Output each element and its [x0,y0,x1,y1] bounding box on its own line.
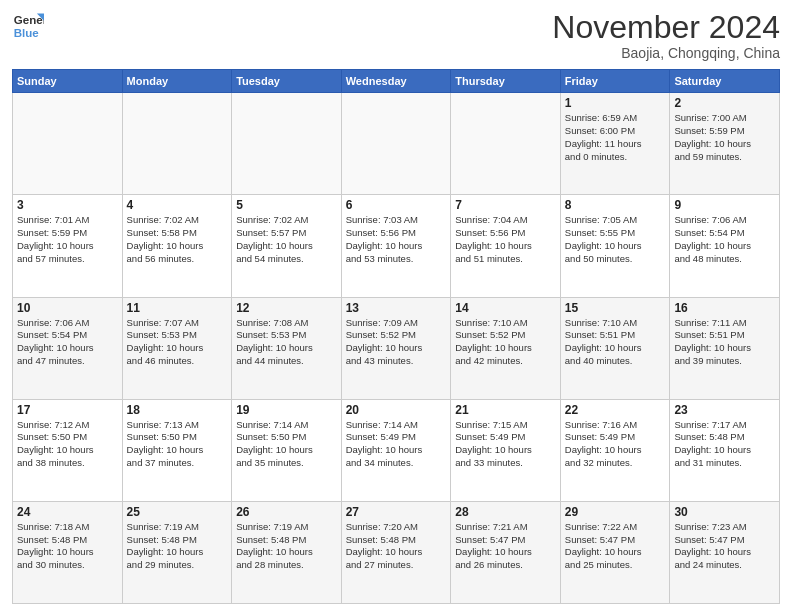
calendar-cell [232,93,342,195]
day-detail: Sunrise: 7:00 AM Sunset: 5:59 PM Dayligh… [674,112,775,163]
day-number: 5 [236,198,337,212]
day-detail: Sunrise: 7:07 AM Sunset: 5:53 PM Dayligh… [127,317,228,368]
day-number: 29 [565,505,666,519]
day-number: 20 [346,403,447,417]
calendar-week-5: 24Sunrise: 7:18 AM Sunset: 5:48 PM Dayli… [13,501,780,603]
day-number: 23 [674,403,775,417]
day-detail: Sunrise: 7:02 AM Sunset: 5:57 PM Dayligh… [236,214,337,265]
calendar-cell: 7Sunrise: 7:04 AM Sunset: 5:56 PM Daylig… [451,195,561,297]
day-detail: Sunrise: 7:15 AM Sunset: 5:49 PM Dayligh… [455,419,556,470]
calendar-cell: 3Sunrise: 7:01 AM Sunset: 5:59 PM Daylig… [13,195,123,297]
day-detail: Sunrise: 7:19 AM Sunset: 5:48 PM Dayligh… [236,521,337,572]
day-detail: Sunrise: 7:02 AM Sunset: 5:58 PM Dayligh… [127,214,228,265]
day-number: 30 [674,505,775,519]
day-detail: Sunrise: 7:11 AM Sunset: 5:51 PM Dayligh… [674,317,775,368]
day-number: 27 [346,505,447,519]
day-detail: Sunrise: 7:14 AM Sunset: 5:49 PM Dayligh… [346,419,447,470]
day-number: 9 [674,198,775,212]
calendar-cell: 6Sunrise: 7:03 AM Sunset: 5:56 PM Daylig… [341,195,451,297]
day-detail: Sunrise: 7:03 AM Sunset: 5:56 PM Dayligh… [346,214,447,265]
calendar-cell: 9Sunrise: 7:06 AM Sunset: 5:54 PM Daylig… [670,195,780,297]
day-number: 13 [346,301,447,315]
calendar-cell: 14Sunrise: 7:10 AM Sunset: 5:52 PM Dayli… [451,297,561,399]
day-number: 10 [17,301,118,315]
calendar-cell: 2Sunrise: 7:00 AM Sunset: 5:59 PM Daylig… [670,93,780,195]
logo-icon: General Blue [12,10,44,42]
svg-text:Blue: Blue [14,27,40,39]
day-detail: Sunrise: 7:16 AM Sunset: 5:49 PM Dayligh… [565,419,666,470]
weekday-header-wednesday: Wednesday [341,70,451,93]
day-detail: Sunrise: 6:59 AM Sunset: 6:00 PM Dayligh… [565,112,666,163]
calendar-week-4: 17Sunrise: 7:12 AM Sunset: 5:50 PM Dayli… [13,399,780,501]
calendar-cell: 17Sunrise: 7:12 AM Sunset: 5:50 PM Dayli… [13,399,123,501]
weekday-header-tuesday: Tuesday [232,70,342,93]
calendar-cell: 1Sunrise: 6:59 AM Sunset: 6:00 PM Daylig… [560,93,670,195]
day-number: 19 [236,403,337,417]
day-number: 1 [565,96,666,110]
day-detail: Sunrise: 7:09 AM Sunset: 5:52 PM Dayligh… [346,317,447,368]
calendar-cell [341,93,451,195]
day-number: 18 [127,403,228,417]
calendar-week-1: 1Sunrise: 6:59 AM Sunset: 6:00 PM Daylig… [13,93,780,195]
calendar-cell [13,93,123,195]
day-number: 7 [455,198,556,212]
calendar-body: 1Sunrise: 6:59 AM Sunset: 6:00 PM Daylig… [13,93,780,604]
weekday-header-row: SundayMondayTuesdayWednesdayThursdayFrid… [13,70,780,93]
calendar-cell: 18Sunrise: 7:13 AM Sunset: 5:50 PM Dayli… [122,399,232,501]
calendar-cell: 27Sunrise: 7:20 AM Sunset: 5:48 PM Dayli… [341,501,451,603]
month-title: November 2024 [552,10,780,45]
calendar-week-3: 10Sunrise: 7:06 AM Sunset: 5:54 PM Dayli… [13,297,780,399]
calendar-cell: 24Sunrise: 7:18 AM Sunset: 5:48 PM Dayli… [13,501,123,603]
day-number: 15 [565,301,666,315]
day-number: 6 [346,198,447,212]
day-detail: Sunrise: 7:10 AM Sunset: 5:51 PM Dayligh… [565,317,666,368]
day-number: 2 [674,96,775,110]
calendar-cell: 19Sunrise: 7:14 AM Sunset: 5:50 PM Dayli… [232,399,342,501]
weekday-header-friday: Friday [560,70,670,93]
day-detail: Sunrise: 7:21 AM Sunset: 5:47 PM Dayligh… [455,521,556,572]
weekday-header-monday: Monday [122,70,232,93]
calendar-cell: 21Sunrise: 7:15 AM Sunset: 5:49 PM Dayli… [451,399,561,501]
page: General Blue November 2024 Baojia, Chong… [0,0,792,612]
day-detail: Sunrise: 7:23 AM Sunset: 5:47 PM Dayligh… [674,521,775,572]
day-detail: Sunrise: 7:19 AM Sunset: 5:48 PM Dayligh… [127,521,228,572]
calendar-cell: 12Sunrise: 7:08 AM Sunset: 5:53 PM Dayli… [232,297,342,399]
calendar-cell: 16Sunrise: 7:11 AM Sunset: 5:51 PM Dayli… [670,297,780,399]
header: General Blue November 2024 Baojia, Chong… [12,10,780,61]
calendar-cell: 11Sunrise: 7:07 AM Sunset: 5:53 PM Dayli… [122,297,232,399]
day-detail: Sunrise: 7:22 AM Sunset: 5:47 PM Dayligh… [565,521,666,572]
calendar-cell: 26Sunrise: 7:19 AM Sunset: 5:48 PM Dayli… [232,501,342,603]
day-number: 22 [565,403,666,417]
day-number: 16 [674,301,775,315]
logo: General Blue [12,10,44,42]
day-number: 12 [236,301,337,315]
location-subtitle: Baojia, Chongqing, China [552,45,780,61]
calendar-cell [451,93,561,195]
calendar-header: SundayMondayTuesdayWednesdayThursdayFrid… [13,70,780,93]
day-number: 4 [127,198,228,212]
day-number: 3 [17,198,118,212]
calendar-cell: 25Sunrise: 7:19 AM Sunset: 5:48 PM Dayli… [122,501,232,603]
day-number: 14 [455,301,556,315]
day-detail: Sunrise: 7:04 AM Sunset: 5:56 PM Dayligh… [455,214,556,265]
day-detail: Sunrise: 7:06 AM Sunset: 5:54 PM Dayligh… [17,317,118,368]
day-number: 25 [127,505,228,519]
calendar-table: SundayMondayTuesdayWednesdayThursdayFrid… [12,69,780,604]
day-detail: Sunrise: 7:14 AM Sunset: 5:50 PM Dayligh… [236,419,337,470]
calendar-cell: 10Sunrise: 7:06 AM Sunset: 5:54 PM Dayli… [13,297,123,399]
weekday-header-saturday: Saturday [670,70,780,93]
day-number: 17 [17,403,118,417]
weekday-header-sunday: Sunday [13,70,123,93]
day-detail: Sunrise: 7:05 AM Sunset: 5:55 PM Dayligh… [565,214,666,265]
calendar-cell [122,93,232,195]
day-detail: Sunrise: 7:06 AM Sunset: 5:54 PM Dayligh… [674,214,775,265]
calendar-cell: 15Sunrise: 7:10 AM Sunset: 5:51 PM Dayli… [560,297,670,399]
day-number: 24 [17,505,118,519]
day-detail: Sunrise: 7:17 AM Sunset: 5:48 PM Dayligh… [674,419,775,470]
day-detail: Sunrise: 7:12 AM Sunset: 5:50 PM Dayligh… [17,419,118,470]
calendar-week-2: 3Sunrise: 7:01 AM Sunset: 5:59 PM Daylig… [13,195,780,297]
calendar-cell: 8Sunrise: 7:05 AM Sunset: 5:55 PM Daylig… [560,195,670,297]
day-number: 26 [236,505,337,519]
calendar-cell: 30Sunrise: 7:23 AM Sunset: 5:47 PM Dayli… [670,501,780,603]
calendar-cell: 28Sunrise: 7:21 AM Sunset: 5:47 PM Dayli… [451,501,561,603]
